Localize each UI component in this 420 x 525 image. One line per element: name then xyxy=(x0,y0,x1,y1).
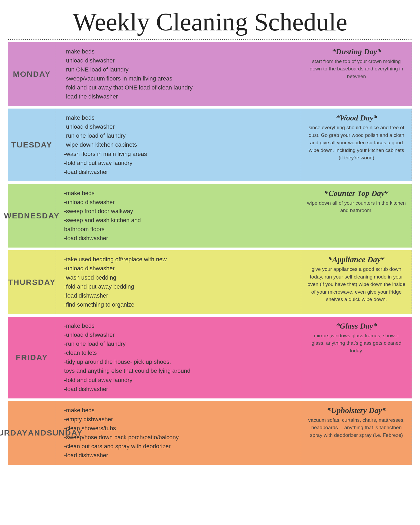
task-item: -empty dishwasher xyxy=(64,415,296,424)
task-item: -load dishwasher xyxy=(64,451,296,460)
special-title-monday: *Dusting Day* xyxy=(307,47,406,56)
day-tasks-friday: -make beds-unload dishwasher-run one loa… xyxy=(56,317,301,398)
special-title-tuesday: *Wood Day* xyxy=(307,113,406,122)
special-title-saturday-sunday: *Upholstery Day* xyxy=(307,406,406,415)
day-tasks-thursday: -take used bedding off/replace with new-… xyxy=(56,250,301,314)
special-desc-monday: start from the top of your crown molding… xyxy=(307,58,406,80)
task-item: -clean out cars and spray with deodorize… xyxy=(64,442,296,451)
task-item: -unload dishwasher xyxy=(64,56,296,65)
special-title-wednesday: *Counter Top Day* xyxy=(307,189,406,198)
task-item: -run ONE load of laundry xyxy=(64,65,296,74)
task-item: -fold and put away bedding xyxy=(64,282,296,291)
task-item: -make beds xyxy=(64,406,296,415)
task-item: -load dishwasher xyxy=(64,385,296,394)
special-desc-friday: mirrors,windows,glass frames, shower gla… xyxy=(307,332,406,355)
task-item: -sweep/vacuum floors in main living area… xyxy=(64,74,296,83)
special-desc-saturday-sunday: vacuum sofas, curtains, chairs, mattress… xyxy=(307,416,406,439)
special-desc-thursday: give your appliances a good scrub down t… xyxy=(307,266,406,303)
task-item: -run one load of laundry xyxy=(64,131,296,140)
task-item: -make beds xyxy=(64,189,296,198)
day-special-monday: *Dusting Day*start from the top of your … xyxy=(301,42,412,106)
task-item: -make beds xyxy=(64,47,296,56)
day-special-wednesday: *Counter Top Day*wipe down all of your c… xyxy=(301,184,412,248)
task-item: -fold and put away laundry xyxy=(64,159,296,168)
day-label-saturday-sunday: SATURDAYANDSUNDAY xyxy=(8,401,56,465)
task-item: -make beds xyxy=(64,321,296,330)
day-row-monday: MONDAY-make beds-unload dishwasher-run O… xyxy=(8,42,412,107)
day-label-monday: MONDAY xyxy=(8,42,56,106)
day-tasks-saturday-sunday: -make beds-empty dishwasher-clean shower… xyxy=(56,401,301,465)
special-desc-tuesday: since everything should be nice and free… xyxy=(307,124,406,162)
task-item: -tidy up around the house- pick up shoes… xyxy=(64,357,296,375)
task-item: -load dishwasher xyxy=(64,291,296,300)
day-label-wednesday: WEDNESDAY xyxy=(8,184,56,248)
task-item: -clean toilets xyxy=(64,348,296,357)
day-label-friday: FRIDAY xyxy=(8,317,56,398)
task-item: -fold and put away that ONE load of clea… xyxy=(64,83,296,92)
task-item: -fold and put away laundry xyxy=(64,376,296,385)
special-desc-wednesday: wipe down all of your counters in the ki… xyxy=(307,199,406,214)
task-item: -wipe down kitchen cabinets xyxy=(64,140,296,149)
day-row-tuesday: TUESDAY-make beds-unload dishwasher-run … xyxy=(8,109,412,182)
day-label-thursday: THURSDAY xyxy=(8,250,56,314)
day-row-friday: FRIDAY-make beds-unload dishwasher-run o… xyxy=(8,317,412,400)
task-item: -load dishwasher xyxy=(64,168,296,177)
special-title-thursday: *Appliance Day* xyxy=(307,255,406,264)
day-special-saturday-sunday: *Upholstery Day*vacuum sofas, curtains, … xyxy=(301,401,412,465)
task-item: -unload dishwasher xyxy=(64,122,296,131)
day-row-wednesday: WEDNESDAY-make beds-unload dishwasher-sw… xyxy=(8,184,412,249)
task-item: -sweep/hose down back porch/patio/balcon… xyxy=(64,433,296,442)
task-item: -wash floors in main living areas xyxy=(64,150,296,159)
task-item: -take used bedding off/replace with new xyxy=(64,255,296,264)
title-area: Weekly Cleaning Schedule xyxy=(8,3,412,42)
day-special-friday: *Glass Day*mirrors,windows,glass frames,… xyxy=(301,317,412,398)
dotted-divider xyxy=(8,39,412,40)
task-item: -unload dishwasher xyxy=(64,198,296,207)
task-item: -load the dishwasher xyxy=(64,92,296,101)
day-special-thursday: *Appliance Day*give your appliances a go… xyxy=(301,250,412,314)
task-item: -load dishwasher xyxy=(64,234,296,243)
day-row-thursday: THURSDAY-take used bedding off/replace w… xyxy=(8,250,412,315)
day-tasks-monday: -make beds-unload dishwasher-run ONE loa… xyxy=(56,42,301,106)
special-title-friday: *Glass Day* xyxy=(307,321,406,330)
task-item: -unload dishwasher xyxy=(64,264,296,273)
task-item: -clean showers/tubs xyxy=(64,424,296,433)
day-row-saturday-sunday: SATURDAYANDSUNDAY-make beds-empty dishwa… xyxy=(8,401,412,466)
schedule-container: MONDAY-make beds-unload dishwasher-run O… xyxy=(8,42,412,466)
task-item: -find something to organize xyxy=(64,300,296,309)
day-tasks-tuesday: -make beds-unload dishwasher-run one loa… xyxy=(56,109,301,181)
page-title: Weekly Cleaning Schedule xyxy=(8,8,412,36)
task-item: -wash used bedding xyxy=(64,273,296,282)
task-item: -unload dishwasher xyxy=(64,330,296,339)
task-item: -sweep and wash kitchen and bathroom flo… xyxy=(64,216,296,234)
day-special-tuesday: *Wood Day*since everything should be nic… xyxy=(301,109,412,181)
day-label-tuesday: TUESDAY xyxy=(8,109,56,181)
task-item: -sweep front door walkway xyxy=(64,207,296,216)
day-tasks-wednesday: -make beds-unload dishwasher-sweep front… xyxy=(56,184,301,248)
task-item: -run one load of laundry xyxy=(64,339,296,348)
task-item: -make beds xyxy=(64,113,296,122)
